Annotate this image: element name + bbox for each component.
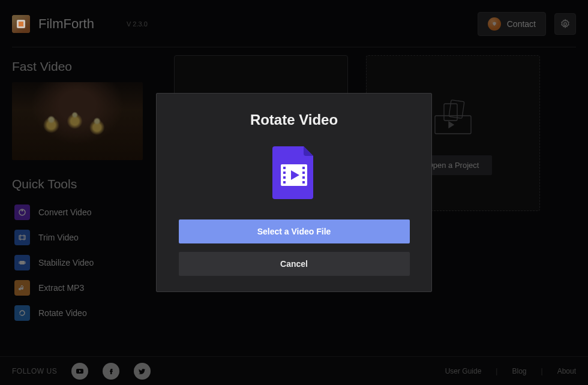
- select-video-label: Select a Video File: [257, 227, 331, 236]
- svg-rect-26: [302, 176, 305, 179]
- modal-title: Rotate Video: [250, 112, 338, 128]
- svg-rect-20: [283, 167, 286, 169]
- select-video-file-button[interactable]: Select a Video File: [179, 219, 410, 243]
- svg-rect-24: [302, 167, 305, 169]
- modal-overlay[interactable]: Rotate Video Select a Video File Cancel: [0, 0, 588, 385]
- svg-rect-27: [302, 181, 305, 184]
- svg-rect-25: [302, 172, 305, 174]
- rotate-video-dialog: Rotate Video Select a Video File Cancel: [156, 93, 432, 292]
- svg-rect-1: [19, 22, 23, 26]
- svg-rect-21: [283, 172, 286, 174]
- video-file-icon: [272, 146, 316, 199]
- cancel-button[interactable]: Cancel: [179, 252, 410, 276]
- svg-rect-23: [283, 181, 286, 184]
- cancel-label: Cancel: [280, 259, 308, 269]
- svg-rect-22: [283, 176, 286, 179]
